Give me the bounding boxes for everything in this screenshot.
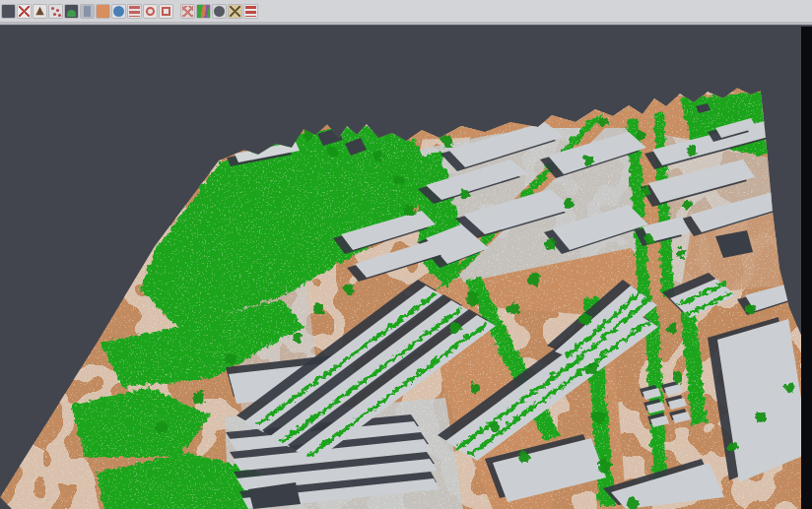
points-icon[interactable] [49, 5, 62, 18]
sphere-icon[interactable] [213, 5, 226, 18]
panel-icon[interactable] [81, 5, 94, 18]
extent-icon[interactable] [160, 5, 172, 18]
app-window [0, 0, 812, 509]
scene-svg [0, 27, 812, 509]
toolbar [0, 0, 812, 22]
hill-icon[interactable] [65, 5, 78, 18]
ortho-icon[interactable] [97, 5, 109, 18]
grid-icon[interactable] [181, 5, 194, 18]
dark-tile-icon[interactable] [2, 5, 15, 18]
globe-icon[interactable] [112, 5, 125, 18]
window-right-edge [801, 27, 812, 509]
target-icon[interactable] [144, 5, 157, 18]
terrain-mesh [0, 27, 812, 509]
measure-icon[interactable] [229, 5, 241, 18]
table-icon[interactable] [128, 5, 141, 18]
red-cross-icon[interactable] [18, 5, 31, 18]
layers-icon[interactable] [244, 5, 257, 18]
toolbar-separator [0, 22, 812, 26]
terrain-icon[interactable] [34, 5, 46, 18]
3d-viewport[interactable] [0, 27, 812, 509]
classification-map-icon[interactable] [197, 5, 210, 18]
